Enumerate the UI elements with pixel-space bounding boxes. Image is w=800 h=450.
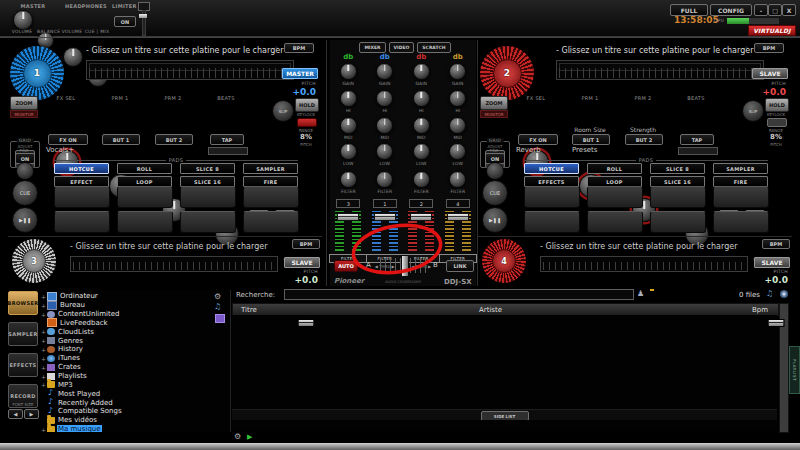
deck1-waveform[interactable] (86, 60, 294, 80)
expander-icon[interactable]: + (40, 311, 47, 318)
tree-item-label[interactable]: Ordinateur (59, 292, 99, 300)
filter-knob[interactable] (449, 171, 466, 188)
tree-item[interactable]: + MP3 (40, 380, 230, 389)
pad[interactable] (587, 211, 643, 233)
hi-knob[interactable] (413, 90, 430, 107)
master-level-slider[interactable] (138, 2, 148, 34)
tree-item-label[interactable]: Recently Added (57, 399, 114, 407)
pad-mode-button[interactable]: SLICE 8 (650, 163, 705, 174)
deck4-sync-badge[interactable]: SLAVE (754, 257, 790, 268)
deck4-bpm-button[interactable]: BPM (762, 239, 790, 249)
deck4-jogwheel[interactable]: 4 (482, 239, 526, 283)
deck3-waveform[interactable] (70, 256, 278, 272)
pad[interactable] (243, 186, 299, 208)
sidelist-panel-icon[interactable] (215, 314, 225, 323)
tree-item[interactable]: + Bureau (40, 301, 230, 310)
gain-knob[interactable] (449, 63, 466, 80)
deck3-sync-badge[interactable]: SLAVE (284, 257, 320, 268)
deck2-jogwheel[interactable]: 2 (480, 46, 534, 100)
mid-knob[interactable] (340, 117, 357, 134)
hi-knob[interactable] (376, 90, 393, 107)
fontsize-decrease-button[interactable]: ◀ (8, 409, 23, 419)
crossfader-link-button[interactable]: LINK (446, 260, 474, 272)
tree-item[interactable]: + Genres (40, 336, 230, 345)
tree-item-label[interactable]: Most Played (57, 390, 101, 398)
deck1-zoom-button[interactable]: ZOOM (10, 96, 38, 110)
deck4-waveform[interactable] (540, 256, 748, 272)
mid-knob[interactable] (449, 117, 466, 134)
deck2-fxon-button[interactable]: FX ON (518, 134, 558, 145)
expander-icon[interactable]: + (40, 337, 47, 344)
deck2-cue-button[interactable]: CUE (482, 180, 508, 206)
deck3-jogwheel[interactable]: 3 (12, 239, 56, 283)
low-knob[interactable] (376, 143, 393, 160)
automix-icon[interactable] (214, 302, 221, 311)
deck2-but1-button[interactable]: BUT 1 (572, 134, 610, 145)
expander-icon[interactable]: + (40, 302, 47, 309)
options-gear-icon[interactable] (234, 432, 241, 441)
tree-item[interactable]: + Ordinateur (40, 292, 230, 301)
deck1-slip-button[interactable]: SLIP (272, 100, 294, 122)
expander-icon[interactable]: + (40, 364, 47, 371)
pad-mode-button[interactable]: ROLL (587, 163, 642, 174)
low-knob[interactable] (340, 143, 357, 160)
mixer-tab[interactable]: VIDEO (389, 42, 415, 53)
pad-mode-button[interactable]: SAMPLER (243, 163, 298, 174)
pad[interactable] (54, 211, 110, 233)
tree-item[interactable]: Most Played (40, 389, 230, 398)
tree-item-label[interactable]: CloudLists (57, 328, 95, 336)
deck1-play-button[interactable]: ▶❚❚ (12, 207, 38, 233)
pad-mode-button[interactable]: HOTCUE (524, 163, 579, 174)
tree-item-label[interactable]: Mes vidéos (57, 416, 98, 424)
pad[interactable] (650, 186, 706, 208)
deck2-track-title[interactable]: - Glissez un titre sur cette platine pou… (556, 46, 766, 55)
deck2-hold-button[interactable]: HOLD (765, 98, 789, 112)
pad-mode-button[interactable]: ROLL (117, 163, 172, 174)
pad[interactable] (524, 211, 580, 233)
pad[interactable] (650, 211, 706, 233)
expander-icon[interactable]: + (40, 426, 47, 432)
deck1-jogwheel[interactable]: 1 (10, 46, 64, 100)
expander-icon[interactable]: + (40, 346, 47, 353)
master-volume-knob[interactable] (13, 10, 33, 30)
channel-fader[interactable] (444, 210, 472, 252)
filter-knob[interactable] (413, 171, 430, 188)
autoplay-icon[interactable] (247, 433, 252, 441)
deck2-sync-badge[interactable]: SLAVE (752, 68, 788, 79)
expander-icon[interactable]: + (40, 328, 47, 335)
low-knob[interactable] (413, 143, 430, 160)
deck4-track-title[interactable]: - Glissez un titre sur cette platine pou… (540, 242, 750, 251)
deck1-hold-button[interactable]: HOLD (295, 98, 319, 112)
pad[interactable] (180, 186, 236, 208)
tree-item[interactable]: Mes vidéos (40, 416, 230, 425)
pad[interactable] (180, 211, 236, 233)
deck2-waveform[interactable] (556, 60, 764, 80)
tracklist-body[interactable] (232, 315, 777, 409)
tree-item-label[interactable]: Ma musique (57, 425, 102, 432)
fader-cap[interactable] (337, 213, 359, 221)
deck1-fxon-button[interactable]: FX ON (48, 134, 88, 145)
gain-knob[interactable] (376, 63, 393, 80)
search-input[interactable] (284, 289, 634, 300)
mid-knob[interactable] (376, 117, 393, 134)
tree-item-label[interactable]: Playlists (57, 372, 88, 380)
fader-cap[interactable] (374, 213, 396, 221)
tree-item[interactable]: + Ma musique (40, 425, 230, 432)
tree-item[interactable]: + iTunes (40, 354, 230, 363)
search-user-icon[interactable] (637, 289, 644, 298)
pad-mode-button[interactable]: SLICE 8 (180, 163, 235, 174)
deck1-sync-badge[interactable]: MASTER (282, 68, 318, 79)
tree-item[interactable]: + Playlists (40, 372, 230, 381)
pitch-cap[interactable] (298, 319, 315, 327)
fader-cap[interactable] (410, 213, 432, 221)
pad[interactable] (243, 211, 299, 233)
tree-item[interactable]: LiveFeedback (40, 319, 230, 328)
pitch-cap[interactable] (768, 319, 785, 327)
pad[interactable] (524, 186, 580, 208)
pad[interactable] (117, 186, 173, 208)
playlist-tab[interactable]: PLAYLIST (789, 346, 800, 394)
close-button[interactable]: X (782, 4, 796, 16)
cd-drive-icon[interactable] (780, 290, 788, 298)
deck3-track-title[interactable]: - Glissez un titre sur cette platine pou… (70, 242, 280, 251)
deck1-but1-button[interactable]: BUT 1 (102, 134, 140, 145)
